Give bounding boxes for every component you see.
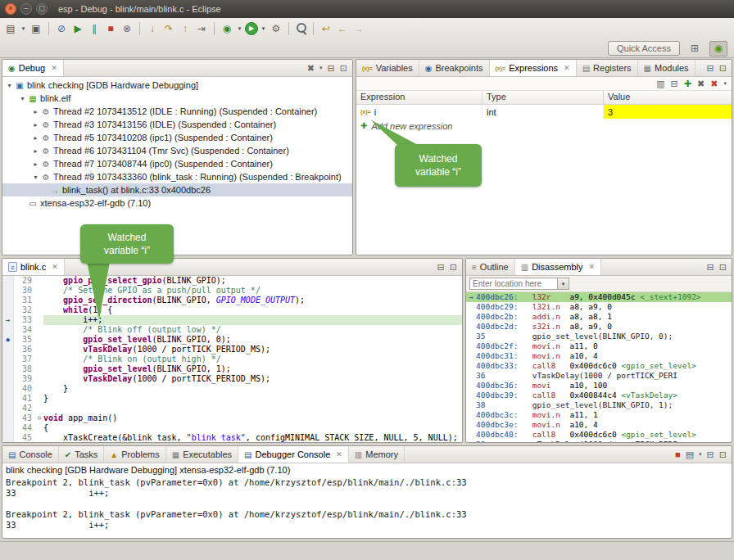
maximize-icon[interactable]: ⊡ — [719, 262, 727, 273]
code-line[interactable]: 40 } — [2, 384, 462, 394]
tree-item-thread[interactable]: ▾ ⚙ Thread #9 1073433360 (blink_task : R… — [2, 170, 352, 183]
location-input[interactable] — [469, 278, 558, 290]
disassembly-row[interactable]: 400dbc36: movi a10, 100 — [466, 381, 732, 391]
annotation-gutter[interactable] — [2, 433, 14, 443]
code-line[interactable]: 29 gpio_pad_select_gpio(BLINK_GPIO); — [2, 276, 462, 286]
code-line[interactable]: 37 /* Blink on (output high) */ — [2, 355, 462, 364]
annotation-gutter[interactable] — [2, 355, 14, 364]
expander-icon[interactable]: ▸ — [31, 108, 40, 115]
fold-gutter[interactable] — [35, 286, 43, 296]
disassembly-source-row[interactable]: 38 gpio_set_level(BLINK_GPIO, 1); — [466, 400, 732, 410]
fold-gutter[interactable] — [35, 394, 43, 404]
minimize-icon[interactable]: ⊟ — [707, 449, 714, 460]
back-icon[interactable]: ← — [335, 21, 350, 36]
window-close-button[interactable]: × — [5, 3, 16, 15]
maximize-icon[interactable]: ⊡ — [340, 63, 347, 74]
expander-icon[interactable]: ▾ — [5, 82, 14, 89]
tab-blink-c[interactable]: c blink.c ✕ — [2, 259, 65, 275]
code-line[interactable]: 31 gpio_set_direction(BLINK_GPIO, GPIO_M… — [2, 296, 462, 305]
annotation-gutter[interactable] — [2, 364, 14, 374]
annotation-gutter[interactable]: → — [2, 315, 14, 325]
window-maximize-button[interactable]: ◻ — [36, 3, 48, 15]
annotation-gutter[interactable] — [2, 305, 14, 315]
fold-gutter[interactable] — [35, 423, 43, 433]
remove-all-terminated-icon[interactable]: ✖ — [307, 63, 315, 74]
close-icon[interactable]: ✕ — [336, 450, 342, 458]
quick-access-button[interactable]: Quick Access — [608, 41, 680, 56]
tree-item-stack-frame[interactable]: → blink_task() at blink.c:33 0x400dbc26 — [2, 183, 352, 196]
expander-icon[interactable]: ▸ — [31, 134, 40, 142]
tree-item-thread[interactable]: ▸ ⚙ Thread #6 1073431104 (Tmr Svc) (Susp… — [2, 144, 352, 157]
open-console-icon[interactable]: ▤ — [686, 449, 694, 460]
fold-gutter[interactable] — [35, 404, 43, 413]
disassembly-body[interactable]: →400dbc26: l32r a9, 0x400d045c <_stext+1… — [466, 292, 732, 442]
annotation-gutter[interactable] — [2, 325, 14, 335]
column-header-expression[interactable]: Expression — [356, 91, 483, 104]
code-line[interactable]: 42 — [2, 404, 462, 413]
expander-icon[interactable]: ▸ — [31, 147, 40, 155]
tree-item-gdb[interactable]: ▭ xtensa-esp32-elf-gdb (7.10) — [2, 196, 352, 210]
tree-item-program[interactable]: ▾ ▦ blink.elf — [2, 92, 352, 105]
expander-icon[interactable]: ▸ — [31, 121, 40, 129]
disassembly-row[interactable]: 400dbc2d: s32i.n a8, a9, 0 — [466, 322, 732, 332]
fold-gutter[interactable] — [35, 384, 43, 394]
close-icon[interactable]: ✕ — [51, 64, 57, 72]
expression-name-cell[interactable]: (x)= i — [356, 105, 483, 119]
add-expression-icon[interactable]: ✚ — [684, 79, 691, 89]
disassembly-row[interactable]: 400dbc3e: movi.n a10, 4 — [466, 420, 732, 430]
annotation-gutter[interactable] — [2, 374, 14, 384]
disconnect-icon[interactable]: ⊗ — [120, 21, 134, 36]
open-perspective-icon[interactable]: ⊞ — [686, 41, 704, 56]
expander-icon[interactable]: ▸ — [31, 160, 40, 168]
close-icon[interactable]: ✕ — [589, 263, 596, 271]
tab-memory[interactable]: ▥ Memory — [349, 446, 405, 463]
disassembly-row[interactable]: 400dbc29: l32i.n a8, a9, 0 — [466, 302, 732, 312]
fold-gutter[interactable] — [35, 325, 43, 335]
disassembly-row[interactable]: 400dbc2f: movi.n a11, 0 — [466, 341, 732, 351]
code-line[interactable]: ●35 gpio_set_level(BLINK_GPIO, 0); — [2, 335, 462, 345]
tab-executables[interactable]: ▦ Executables — [166, 446, 238, 463]
code-editor[interactable]: 29 gpio_pad_select_gpio(BLINK_GPIO); 30 … — [2, 276, 462, 443]
tree-item-launch[interactable]: ▾ ▣ blink checking [GDB Hardware Debuggi… — [2, 79, 352, 92]
fold-gutter[interactable]: ⊖ — [35, 413, 43, 423]
annotation-gutter[interactable] — [2, 345, 14, 355]
instruction-step-icon[interactable]: ⇥ — [194, 21, 209, 36]
tree-item-thread[interactable]: ▸ ⚙ Thread #3 1073413156 (IDLE) (Suspend… — [2, 118, 352, 131]
code-line[interactable]: 34 /* Blink off (output low) */ — [2, 325, 462, 335]
maximize-icon[interactable]: ⊡ — [719, 63, 727, 74]
debug-perspective-icon[interactable]: ◉ — [709, 41, 727, 56]
annotation-gutter[interactable] — [2, 296, 14, 305]
close-icon[interactable]: ✕ — [564, 64, 570, 72]
tab-outline[interactable]: ≡ Outline — [466, 259, 515, 275]
tab-tasks[interactable]: ✔ Tasks — [59, 446, 105, 463]
tree-item-thread[interactable]: ▸ ⚙ Thread #5 1073410208 (ipc1) (Suspend… — [2, 131, 352, 144]
column-header-type[interactable]: Type — [483, 91, 604, 104]
remove-all-expressions-icon[interactable]: ✖ — [710, 79, 718, 89]
disassembly-row[interactable]: 400dbc39: call8 0x400844c4 <vTaskDelay> — [466, 391, 732, 400]
tab-registers[interactable]: ▤ Registers — [577, 60, 638, 76]
tab-variables[interactable]: (x)= Variables — [356, 60, 419, 76]
code-line[interactable]: 39 vTaskDelay(1000 / portTICK_PERIOD_MS)… — [2, 374, 462, 384]
disassembly-row[interactable]: 400dbc2b: addi.n a8, a8, 1 — [466, 312, 732, 322]
run-icon[interactable]: ▶ — [245, 22, 258, 35]
annotation-gutter[interactable] — [2, 404, 14, 413]
disassembly-row[interactable]: 400dbc40: call8 0x400dc6c0 <gpio_set_lev… — [466, 430, 732, 440]
annotation-gutter[interactable]: ● — [2, 335, 14, 345]
layout-icon[interactable]: ▥ — [656, 79, 664, 89]
disassembly-source-row[interactable]: 35 gpio_set_level(BLINK_GPIO, 0); — [466, 332, 732, 341]
collapse-all-icon[interactable]: ⊟ — [671, 79, 678, 89]
tab-breakpoints[interactable]: ◉ Breakpoints — [419, 60, 490, 76]
tab-expressions[interactable]: (x)= Expressions ✕ — [490, 60, 577, 76]
disassembly-row[interactable]: 400dbc33: call8 0x400dc6c0 <gpio_set_lev… — [466, 361, 732, 371]
location-dropdown-icon[interactable]: ▾ — [558, 278, 569, 290]
suspend-icon[interactable]: ∥ — [87, 21, 102, 36]
minimize-icon[interactable]: ⊟ — [328, 63, 335, 74]
minimize-icon[interactable]: ⊟ — [437, 262, 445, 273]
disassembly-row[interactable]: 400dbc31: movi.n a10, 4 — [466, 351, 732, 361]
debug-icon[interactable]: ◉ — [220, 21, 234, 36]
external-tools-icon[interactable]: ⚙ — [269, 21, 283, 36]
fold-gutter[interactable] — [35, 374, 43, 384]
fold-gutter[interactable] — [35, 355, 43, 364]
fold-open-icon[interactable]: ⊖ — [38, 414, 42, 422]
step-return-icon[interactable]: ↑ — [178, 21, 193, 36]
